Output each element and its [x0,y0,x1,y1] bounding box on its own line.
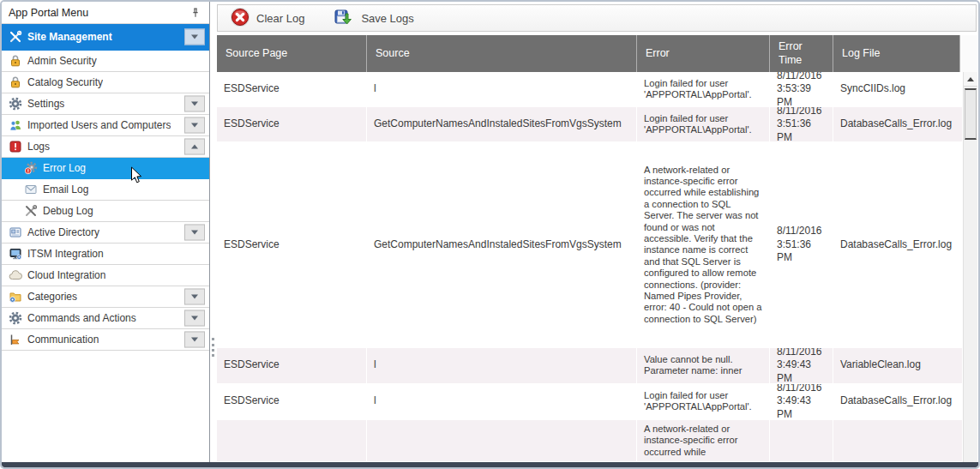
sidebar-item-label: Active Directory [27,226,99,238]
sidebar-item-label: Communication [27,334,99,346]
sidebar-item-logs[interactable]: Logs [2,136,209,158]
cell-source: l [367,348,637,383]
sidebar-item-catalog-security[interactable]: Catalog Security [2,72,209,93]
chevron-down-button[interactable] [184,332,205,348]
cell-source: l [367,72,637,106]
cell-source-page: ESDService [217,348,367,383]
cell-log-file: VariableClean.log [833,348,963,383]
clear-log-button[interactable]: Clear Log [226,5,308,32]
users-icon [9,118,22,132]
sidebar-item-label: Cloud Integration [27,269,105,281]
cell-source-page [217,420,367,461]
flag-icon [9,333,22,346]
cell-source: GetComputerNamesAndInstaledSitesFromVgsS… [367,142,637,347]
cell-error-time [770,420,833,461]
cell-error: A network-related or instance-specific e… [637,142,770,347]
sidebar-item-active-directory[interactable]: Active Directory [2,222,209,244]
save-logs-button[interactable]: Save Logs [330,5,417,32]
sidebar-item-settings[interactable]: Settings [2,93,209,115]
cell-error-time: 8/11/20163:49:43 PM [770,348,833,383]
sidebar-item-label: Catalog Security [27,76,103,88]
sidebar-item-debug-log[interactable]: Debug Log [2,201,209,222]
sidebar-item-label: Error Log [43,162,86,174]
sidebar-item-commands-and-actions[interactable]: Commands and Actions [2,308,209,329]
sidebar-item-cloud-integration[interactable]: Cloud Integration [2,265,209,286]
sidebar-item-categories[interactable]: Categories [2,286,209,308]
cell-log-file: DatabaseCalls_Error.log [833,107,963,141]
table-header: Source Page Source Error Error Time Log … [217,35,977,72]
table-row[interactable]: ESDService l Login failed for user 'APPP… [217,384,963,420]
table-body: ESDService l Login failed for user 'APPP… [217,72,977,462]
table-row[interactable]: ESDService GetComputerNamesAndInstaledSi… [217,142,963,348]
clear-log-label: Clear Log [256,12,304,25]
cell-source: l [367,384,637,419]
gear-icon [9,97,22,111]
column-header-source[interactable]: Source [367,35,637,72]
cell-log-file: SyncCIIDs.log [833,72,963,106]
column-header-error-time[interactable]: Error Time [770,35,833,72]
header-scrollbar-spacer [960,35,977,72]
gear-icon [9,311,22,325]
cell-log-file [833,420,963,461]
pane-splitter[interactable] [210,2,217,462]
sidebar-item-label: Settings [27,98,64,110]
splitter-grip-icon [212,338,214,357]
chevron-down-button[interactable] [184,310,205,327]
debug-tools-icon [24,204,38,218]
cell-log-file: DatabaseCalls_Error.log [833,142,963,347]
cell-source: GetComputerNamesAndInstaledSitesFromVgsS… [367,107,637,141]
gear-error-icon [24,161,38,175]
folder-icon [9,290,22,304]
email-icon [24,183,38,196]
sidebar-item-label: Imported Users and Computers [27,119,171,131]
save-logs-icon [334,7,355,30]
save-logs-label: Save Logs [361,12,413,25]
cell-error-time: 8/11/20163:49:43 PM [770,384,833,419]
table-row[interactable]: A network-related or instance-specific e… [217,420,963,462]
sidebar-item-label: Categories [27,291,77,303]
app-window: App Portal Menu Site Management Admin Se… [0,0,980,469]
cell-error: Login failed for user 'APPPORTAL\AppPort… [637,72,770,106]
cell-error: A network-related or instance-specific e… [637,420,770,461]
cloud-icon [9,268,22,282]
sidebar-title: App Portal Menu [9,7,189,19]
column-header-source-page[interactable]: Source Page [217,35,367,72]
sidebar-item-email-log[interactable]: Email Log [2,179,209,201]
column-header-log-file[interactable]: Log File [833,35,960,72]
table-row[interactable]: ESDService l Login failed for user 'APPP… [217,72,963,107]
table-row[interactable]: ESDService l Value cannot be null. Param… [217,348,963,384]
sidebar-item-itsm-integration[interactable]: ITSM Integration [2,244,209,265]
vertical-scrollbar[interactable] [963,72,977,462]
cell-error-time: 8/11/20163:51:36 PM [770,142,833,347]
sidebar-item-admin-security[interactable]: Admin Security [2,51,209,72]
cell-source-page: ESDService [217,384,367,419]
clear-log-icon [230,7,250,30]
sidebar-item-label: Commands and Actions [27,312,136,324]
sidebar-item-communication[interactable]: Communication [2,329,209,351]
window-bottom-edge [2,462,978,467]
chevron-down-button[interactable] [184,289,205,305]
cell-error: Value cannot be null. Parameter name: in… [637,348,770,383]
cell-log-file: DatabaseCalls_Error.log [833,384,963,419]
scrollbar-thumb[interactable] [965,88,977,140]
chevron-down-button[interactable] [184,225,205,241]
scroll-up-arrow-icon [967,77,974,81]
error-log-group-icon [9,140,22,153]
monitor-icon [9,247,22,261]
cell-source-page: ESDService [217,72,367,106]
column-header-error[interactable]: Error [637,35,770,72]
sidebar-item-label: ITSM Integration [27,248,104,260]
pin-icon[interactable] [189,6,202,20]
chevron-down-button[interactable] [184,96,205,112]
scroll-up-button[interactable] [964,72,977,87]
sidebar-item-error-log[interactable]: Error Log [2,158,209,179]
sidebar-item-label: Admin Security [27,55,97,67]
table-rows: ESDService l Login failed for user 'APPP… [217,72,963,462]
sidebar-item-site-management[interactable]: Site Management [2,24,209,51]
sidebar-item-imported-users-and-computers[interactable]: Imported Users and Computers [2,115,209,136]
table-row[interactable]: ESDService GetComputerNamesAndInstaledSi… [217,107,963,142]
chevron-down-button[interactable] [184,29,205,45]
chevron-down-button[interactable] [184,117,205,134]
cell-source-page: ESDService [217,142,367,347]
chevron-up-button[interactable] [184,139,205,155]
